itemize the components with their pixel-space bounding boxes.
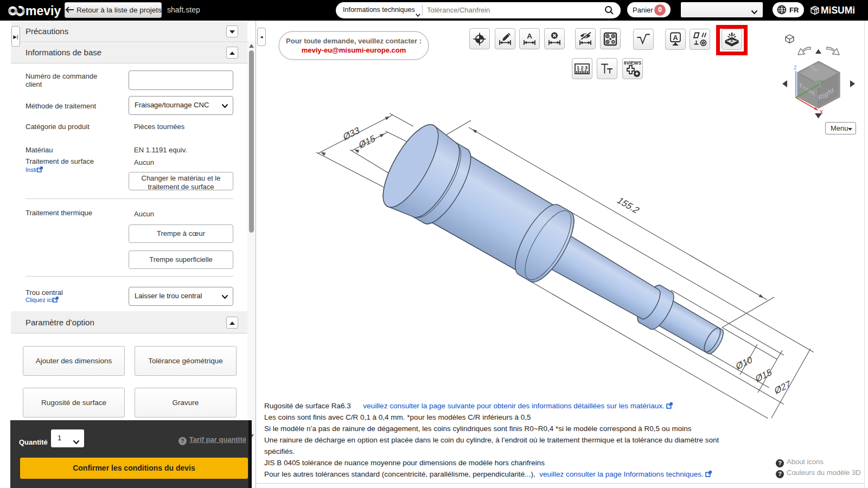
svg-text:6VIEWS: 6VIEWS [624, 60, 641, 66]
svg-text:Ø15: Ø15 [755, 367, 773, 384]
svg-text:Ø33: Ø33 [342, 125, 360, 143]
svg-text:A: A [673, 34, 678, 42]
svg-text:MiSUMi: MiSUMi [821, 5, 855, 16]
svg-text:1 2 3: 1 2 3 [577, 65, 588, 70]
svg-text:x: x [820, 108, 823, 115]
svg-text:Ø15: Ø15 [358, 133, 376, 151]
svg-text:155.2: 155.2 [615, 196, 642, 215]
svg-text:A: A [527, 32, 532, 40]
svg-text:y: y [820, 78, 824, 86]
svg-text:Ø27: Ø27 [774, 378, 792, 396]
svg-text:Ø10: Ø10 [735, 354, 753, 372]
svg-text:meviy: meviy [25, 4, 61, 18]
svg-text:z: z [794, 63, 797, 71]
